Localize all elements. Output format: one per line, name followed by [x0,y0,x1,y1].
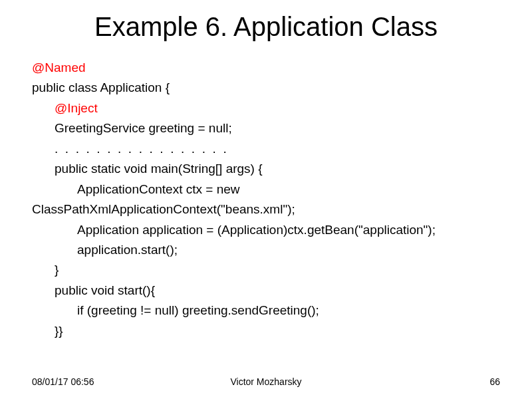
code-line: public class Application { [32,78,500,97]
code-line: if (greeting != null) greeting.sendGreet… [32,301,500,320]
code-line: application.start(); [32,240,500,259]
footer-author: Victor Mozharsky [230,376,301,387]
slide-title: Example 6. Application Class [32,12,500,42]
footer-date: 08/01/17 06:56 [32,376,94,387]
code-line: ApplicationContext ctx = new [32,180,500,199]
code-line: }} [32,321,500,340]
code-line: public static void main(String[] args) { [32,159,500,178]
footer-page-number: 66 [489,376,500,387]
code-line: ClassPathXmlApplicationContext("beans.xm… [32,200,500,219]
code-annotation-inject: @Inject [32,98,500,118]
code-annotation-named: @Named [32,58,500,77]
code-line: } [32,260,500,279]
code-block: @Named public class Application { @Injec… [32,58,500,340]
slide-footer: 08/01/17 06:56 Victor Mozharsky 66 [32,376,500,387]
code-line: public void start(){ [32,281,500,300]
code-line: Application application = (Application)c… [32,220,500,239]
code-line: . . . . . . . . . . . . . . . . . [32,139,500,158]
slide-container: Example 6. Application Class @Named publ… [0,0,532,399]
code-line: GreetingService greeting = null; [32,118,500,138]
